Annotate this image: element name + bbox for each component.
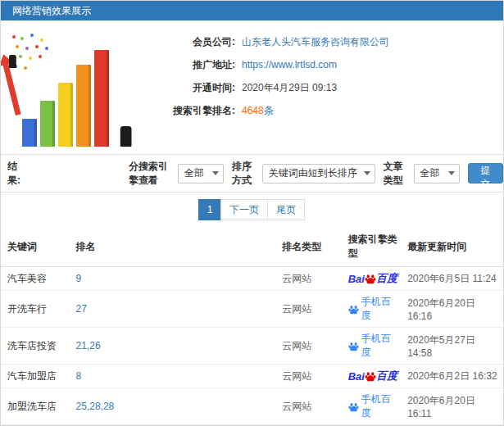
table-row: 洗车店投资 21,26 云网站 手机百度 2020年5月27日 14:58: [1, 328, 503, 365]
header-rank: 排名: [71, 227, 278, 267]
baidu-logo: Bai百度: [348, 369, 397, 383]
baidu-logo-suffix: 百度: [376, 271, 397, 286]
submit-button[interactable]: 提交: [468, 163, 503, 184]
rank-link[interactable]: 21,26: [76, 340, 101, 351]
updated-cell: 2020年6月20日 16:16: [407, 297, 475, 322]
rank-link[interactable]: 8: [76, 370, 82, 382]
company-info-panel: 会员公司: 山东老人头汽车服务咨询有限公司 推广地址: https://www.…: [1, 20, 503, 155]
article-type-label: 文章类型: [384, 160, 409, 188]
mobile-baidu-logo: 手机百度: [348, 295, 397, 323]
mobile-baidu-logo: 手机百度: [348, 392, 397, 420]
rank-type-cell: 云网站: [282, 401, 311, 412]
mobile-baidu-paw-icon: [348, 304, 359, 315]
article-type-select[interactable]: 全部: [414, 164, 460, 184]
bar-chart-illustration: [1, 27, 150, 148]
promo-url-link[interactable]: https://www.lrtlsd.com: [242, 59, 337, 70]
keyword-cell: 汽车加盟店: [7, 370, 57, 382]
rank-count-row: 搜索引擎排名: 4648条: [150, 99, 389, 122]
rank-link[interactable]: 25,28,28: [76, 401, 115, 412]
sort-value: 关键词由短到长排序: [269, 166, 357, 180]
keyword-rank-table: 关键词 排名 排名类型 搜索引擎类型 最新更新时间 汽车美容 9 云网站 Bai…: [1, 227, 503, 426]
rank-type-cell: 云网站: [282, 273, 311, 284]
mobile-baidu-logo: 手机百度: [348, 332, 397, 360]
table-row: 开洗车行 27 云网站 手机百度 2020年6月20日 16:16: [1, 291, 503, 328]
info-fields: 会员公司: 山东老人头汽车服务咨询有限公司 推广地址: https://www.…: [150, 27, 389, 149]
updated-cell: 2020年6月2日 16:32: [407, 370, 497, 382]
engine-filter-select[interactable]: 全部: [178, 164, 224, 184]
updated-cell: 2020年6月5日 11:24: [407, 273, 497, 284]
promo-url-label: 推广地址:: [150, 58, 235, 72]
engine-filter-label: 分搜索引擎查看: [129, 160, 173, 188]
marketing-report-page: 网络营销效果展示 会员公司: 山东老人头汽车服务咨询有限公司 推广地址: htt…: [0, 0, 504, 426]
promo-url-row: 推广地址: https://www.lrtlsd.com: [150, 53, 389, 76]
mobile-baidu-label: 手机百度: [361, 392, 397, 420]
person-figure-right: [120, 126, 132, 147]
updated-cell: 2020年5月27日 14:58: [407, 334, 475, 359]
rank-link[interactable]: 9: [76, 273, 82, 284]
rank-count-unit: 条: [264, 104, 274, 118]
sort-select[interactable]: 关键词由短到长排序: [262, 164, 375, 184]
baidu-paw-icon: [365, 370, 376, 382]
open-time-label: 开通时间:: [150, 81, 235, 95]
rank-link[interactable]: 27: [76, 303, 87, 315]
keyword-cell: 加盟洗车店: [7, 401, 57, 412]
mobile-baidu-label: 手机百度: [361, 332, 397, 360]
result-label: 结果:: [7, 160, 22, 188]
chart-bar-red: [94, 50, 109, 147]
article-type-value: 全部: [420, 166, 440, 180]
pagination: 1 下一页 尾页: [1, 193, 503, 227]
header-rank-type: 排名类型: [277, 227, 343, 267]
filter-bar: 结果: 分搜索引擎查看 全部 排序方式 关键词由短到长排序 文章类型 全部 提交: [1, 155, 503, 193]
rank-type-cell: 云网站: [282, 370, 311, 382]
member-company-label: 会员公司:: [150, 35, 235, 49]
mobile-baidu-label: 手机百度: [361, 295, 397, 323]
page-1-button[interactable]: 1: [198, 199, 221, 220]
app-header: 网络营销效果展示: [1, 1, 503, 20]
table-header-row: 关键词 排名 排名类型 搜索引擎类型 最新更新时间: [1, 227, 503, 267]
baidu-logo: Bai百度: [348, 271, 397, 286]
header-updated: 最新更新时间: [402, 227, 503, 267]
chevron-down-icon: [364, 171, 370, 175]
person-figure-left: [8, 55, 16, 68]
keyword-cell: 洗车店投资: [7, 340, 57, 351]
chart-bar-green: [40, 101, 55, 147]
open-time-row: 开通时间: 2020年4月29日 09:13: [150, 76, 389, 99]
growth-arrow-icon: [2, 63, 20, 116]
keyword-cell: 汽车美容: [7, 273, 47, 284]
header-keyword: 关键词: [1, 227, 71, 267]
table-row: 加盟洗车店 25,28,28 云网站 手机百度 2020年6月20日 16:11: [1, 388, 503, 425]
engine-filter-value: 全部: [184, 166, 204, 180]
rank-count-label: 搜索引擎排名:: [150, 104, 235, 118]
member-company-link[interactable]: 山东老人头汽车服务咨询有限公司: [242, 35, 389, 49]
rank-type-cell: 云网站: [282, 340, 311, 351]
baidu-paw-icon: [365, 273, 376, 284]
chart-bar-yellow: [58, 83, 73, 147]
baidu-logo-prefix: Bai: [348, 273, 365, 285]
rank-count-value: 4648: [242, 105, 264, 116]
chevron-down-icon: [448, 171, 455, 175]
mobile-baidu-paw-icon: [348, 341, 359, 351]
open-time-value: 2020年4月29日 09:13: [242, 81, 337, 95]
table-row: 汽车加盟店 8 云网站 Bai百度 2020年6月2日 16:32: [1, 365, 503, 388]
chart-bar-orange: [76, 65, 91, 147]
keyword-cell: 开洗车行: [7, 303, 47, 315]
header-engine-type: 搜索引擎类型: [343, 227, 402, 267]
baidu-logo-prefix: Bai: [348, 370, 365, 383]
last-page-button[interactable]: 尾页: [267, 199, 305, 220]
member-company-row: 会员公司: 山东老人头汽车服务咨询有限公司: [150, 30, 389, 53]
mobile-baidu-paw-icon: [348, 401, 359, 412]
chevron-down-icon: [212, 171, 219, 175]
sort-label: 排序方式: [232, 160, 257, 188]
chart-bar-blue: [22, 119, 37, 147]
confetti-dots-decoration: [12, 35, 16, 39]
updated-cell: 2020年6月20日 16:11: [407, 395, 475, 419]
next-page-button[interactable]: 下一页: [220, 199, 268, 220]
baidu-logo-suffix: 百度: [376, 369, 397, 383]
rank-type-cell: 云网站: [282, 303, 311, 315]
table-row: 汽车美容 9 云网站 Bai百度 2020年6月5日 11:24: [1, 267, 503, 291]
page-title: 网络营销效果展示: [12, 5, 91, 16]
